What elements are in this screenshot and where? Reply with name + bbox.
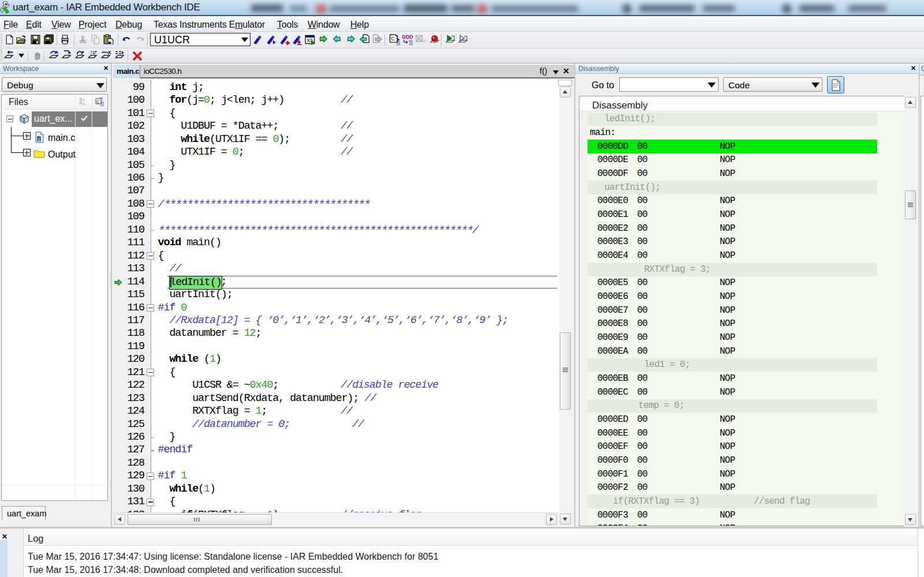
svg-text:10: 10 bbox=[409, 42, 413, 45]
svg-text:c: c bbox=[38, 137, 40, 142]
svg-text:C: C bbox=[96, 100, 99, 104]
svg-text:10: 10 bbox=[396, 42, 400, 45]
svg-text:C: C bbox=[391, 36, 394, 42]
svg-text:01: 01 bbox=[423, 39, 426, 43]
svg-text:10: 10 bbox=[100, 103, 104, 107]
svg-text:X: X bbox=[108, 50, 111, 55]
